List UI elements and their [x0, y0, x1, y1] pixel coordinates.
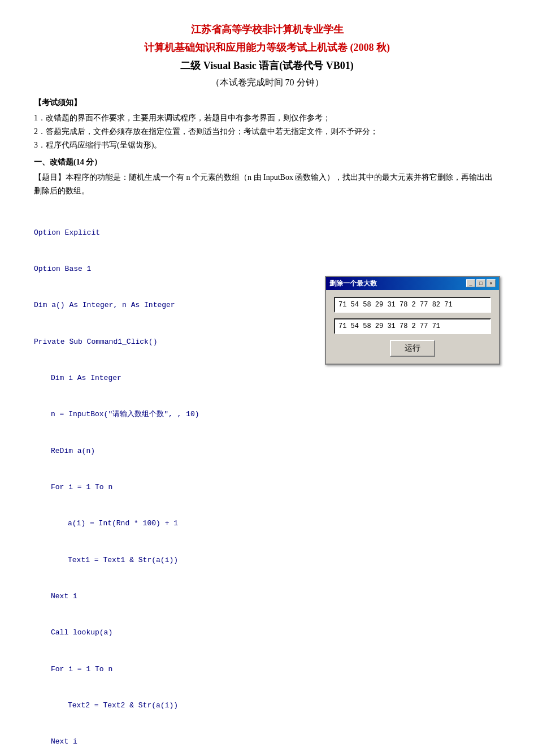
code-line-11: Call lookup(a)	[34, 627, 500, 638]
section1-title: 一、改错题(14 分）	[34, 157, 500, 167]
code-area: Option Explicit Option Base 1 Dim a() As…	[34, 202, 500, 756]
run-button[interactable]: 运行	[390, 340, 435, 357]
page-header: 江苏省高等学校非计算机专业学生 计算机基础知识和应用能力等级考试上机试卷 (20…	[34, 23, 500, 89]
code-line-10: Next i	[34, 590, 500, 602]
instruction-1: 1．改错题的界面不作要求，主要用来调试程序，若题目中有参考界面，则仅作参考；	[34, 111, 500, 125]
instructions-block: 1．改错题的界面不作要求，主要用来调试程序，若题目中有参考界面，则仅作参考； 2…	[34, 111, 500, 152]
title-line4: （本试卷完成时间 70 分钟）	[34, 77, 500, 89]
title-line1: 江苏省高等学校非计算机专业学生	[34, 23, 500, 36]
close-button[interactable]: ×	[487, 279, 496, 287]
minimize-button[interactable]: _	[466, 279, 475, 287]
textbox1[interactable]: 71 54 58 29 31 78 2 77 82 71	[334, 297, 491, 313]
question-description: 【题目】本程序的功能是：随机生成一个有 n 个元素的数组（n 由 InputBo…	[34, 171, 500, 198]
maximize-button[interactable]: □	[476, 279, 485, 287]
window-title: 删除一个最大数	[329, 279, 377, 288]
code-line-9: Text1 = Text1 & Str(a(i))	[34, 554, 500, 566]
textbox2[interactable]: 71 54 58 29 31 78 2 77 71	[334, 318, 491, 334]
title-line2: 计算机基础知识和应用能力等级考试上机试卷 (2008 秋)	[34, 41, 500, 54]
code-line-0: Option Explicit	[34, 227, 500, 239]
instruction-3: 3．程序代码应缩行书写(呈锯齿形)。	[34, 139, 500, 152]
code-line-13: Text2 = Text2 & Str(a(i))	[34, 699, 500, 711]
window-titlebar: 删除一个最大数 _ □ ×	[326, 277, 499, 290]
code-line-1: Option Base 1	[34, 263, 500, 275]
code-line-12: For i = 1 To n	[34, 663, 500, 675]
code-line-14: Next i	[34, 736, 500, 748]
code-line-6: ReDim a(n)	[34, 445, 500, 457]
code-line-7: For i = 1 To n	[34, 481, 500, 493]
instruction-2: 2．答题完成后，文件必须存放在指定位置，否则适当扣分；考试盘中若无指定文件，则不…	[34, 125, 500, 139]
code-line-4: Dim i As Integer	[34, 372, 500, 384]
code-line-8: a(i) = Int(Rnd * 100) + 1	[34, 517, 500, 529]
code-line-5: n = InputBox("请输入数组个数", , 10)	[34, 408, 500, 420]
title-line3: 二级 Visual Basic 语言(试卷代号 VB01)	[34, 59, 500, 72]
notice-header: 【考试须知】	[34, 98, 500, 108]
window-body: 71 54 58 29 31 78 2 77 82 71 71 54 58 29…	[326, 290, 499, 364]
window-controls: _ □ ×	[466, 279, 496, 287]
float-window: 删除一个最大数 _ □ × 71 54 58 29 31 78 2 77 82 …	[325, 276, 500, 365]
